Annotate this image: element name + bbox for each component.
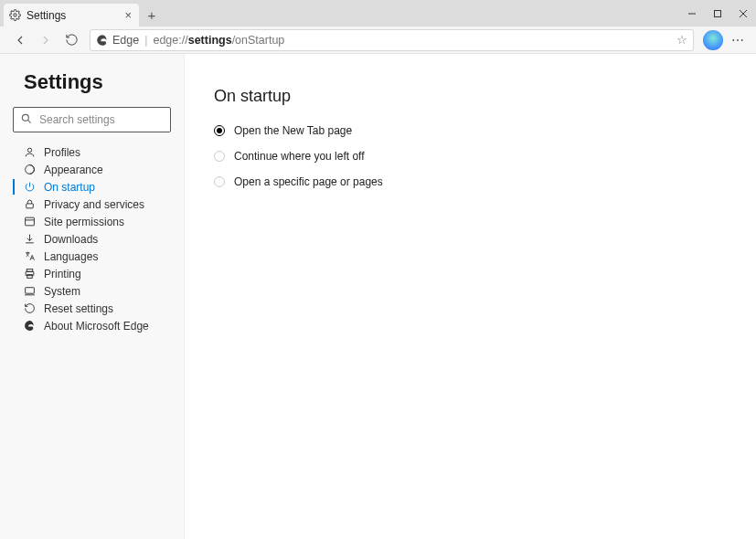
sidebar-item-label: System (44, 285, 80, 298)
sidebar-item-label: Reset settings (44, 302, 113, 315)
gear-icon (9, 9, 21, 21)
appearance-icon (22, 164, 37, 175)
favorite-icon[interactable]: ☆ (676, 33, 687, 47)
svg-point-7 (27, 148, 31, 152)
site-name-label: Edge (112, 34, 139, 47)
radio-label: Open the New Tab page (234, 124, 352, 137)
window-titlebar: Settings × + (0, 0, 756, 26)
person-icon (22, 146, 37, 158)
more-menu-button[interactable]: ⋯ (727, 33, 749, 48)
reset-icon (22, 302, 37, 314)
edge-icon (96, 34, 109, 47)
sidebar-item-printing[interactable]: Printing (13, 265, 171, 282)
settings-sidebar: Settings Profiles Appearance On startup … (0, 54, 185, 539)
window-close-button[interactable] (730, 0, 756, 26)
settings-main: On startup Open the New Tab page Continu… (185, 54, 756, 539)
browser-toolbar: Edge | edge://settings/onStartup ☆ ⋯ (0, 26, 756, 54)
tab-close-icon[interactable]: × (122, 8, 133, 22)
radio-open-new-tab[interactable]: Open the New Tab page (214, 124, 727, 137)
sidebar-item-label: Printing (44, 268, 81, 280)
refresh-button[interactable] (59, 27, 84, 53)
sidebar-item-languages[interactable]: Languages (13, 248, 171, 265)
svg-rect-9 (26, 204, 33, 208)
sidebar-item-label: Appearance (44, 164, 103, 176)
tab-title: Settings (27, 9, 122, 22)
forward-button[interactable] (33, 27, 59, 53)
svg-rect-2 (715, 10, 721, 16)
sidebar-item-label: Site permissions (44, 216, 124, 228)
address-bar[interactable]: Edge | edge://settings/onStartup ☆ (90, 29, 694, 51)
sidebar-item-profiles[interactable]: Profiles (13, 143, 171, 161)
profile-avatar[interactable] (703, 30, 723, 50)
sidebar-item-appearance[interactable]: Appearance (13, 161, 171, 178)
new-tab-button[interactable]: + (139, 4, 165, 26)
edge-logo-icon (22, 320, 37, 332)
system-icon (22, 285, 37, 297)
sidebar-item-label: Privacy and services (44, 198, 144, 211)
radio-continue[interactable]: Continue where you left off (214, 150, 727, 163)
radio-button-icon (214, 151, 225, 162)
settings-title: Settings (24, 70, 171, 94)
window-maximize-button[interactable] (705, 0, 730, 26)
download-icon (22, 233, 37, 245)
sidebar-item-privacy[interactable]: Privacy and services (13, 196, 171, 213)
sidebar-item-label: Profiles (44, 146, 80, 159)
svg-point-0 (14, 14, 16, 16)
window-minimize-button[interactable] (679, 0, 705, 26)
settings-nav: Profiles Appearance On startup Privacy a… (13, 143, 171, 334)
printer-icon (22, 268, 37, 280)
site-icon (22, 216, 37, 227)
radio-specific-pages[interactable]: Open a specific page or pages (214, 175, 727, 188)
sidebar-item-label: Downloads (44, 233, 98, 246)
sidebar-item-label: Languages (44, 250, 98, 263)
startup-radio-group: Open the New Tab page Continue where you… (214, 124, 727, 188)
svg-rect-10 (25, 217, 34, 226)
radio-label: Open a specific page or pages (234, 175, 383, 188)
sidebar-item-site-permissions[interactable]: Site permissions (13, 213, 171, 230)
sidebar-item-about[interactable]: About Microsoft Edge (13, 317, 171, 334)
sidebar-item-label: On startup (44, 181, 95, 194)
sidebar-item-label: About Microsoft Edge (44, 320, 149, 333)
radio-button-icon (214, 176, 225, 187)
sidebar-item-system[interactable]: System (13, 282, 171, 300)
sidebar-item-on-startup[interactable]: On startup (13, 178, 171, 196)
lock-icon (22, 198, 37, 210)
page-heading: On startup (214, 87, 727, 106)
search-settings-input[interactable] (13, 107, 171, 132)
radio-button-icon (214, 125, 225, 136)
radio-label: Continue where you left off (234, 150, 365, 163)
sidebar-item-downloads[interactable]: Downloads (13, 230, 171, 248)
address-separator: | (144, 34, 147, 47)
svg-rect-14 (27, 275, 31, 279)
back-button[interactable] (7, 27, 33, 53)
browser-tab[interactable]: Settings × (4, 4, 139, 26)
sidebar-item-reset[interactable]: Reset settings (13, 300, 171, 317)
language-icon (22, 250, 37, 262)
power-icon (22, 181, 37, 193)
address-url: edge://settings/onStartup (153, 34, 284, 47)
svg-rect-15 (25, 288, 34, 294)
